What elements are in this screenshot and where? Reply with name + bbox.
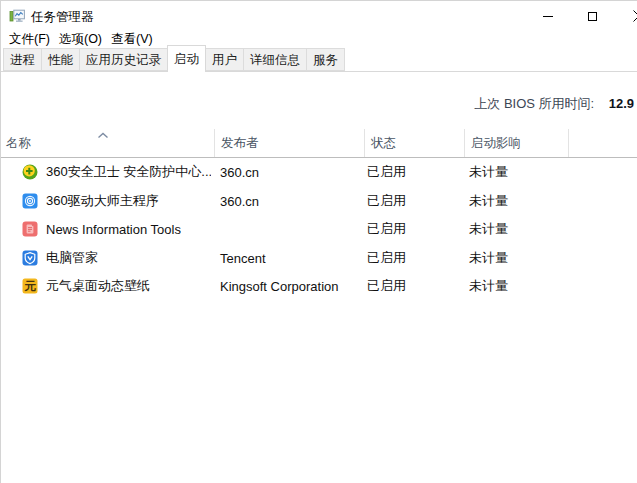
bios-time: 上次 BIOS 所用时间: 12.9	[1, 94, 634, 113]
table-row[interactable]: 电脑管家 Tencent 已启用 未计量	[1, 244, 637, 273]
startup-item-name: 360安全卫士 安全防护中心...	[46, 163, 211, 181]
maximize-icon	[588, 12, 597, 21]
column-header-startup-impact[interactable]: 启动影响	[464, 129, 568, 157]
news-information-tools-icon	[22, 221, 38, 237]
task-manager-window: 任务管理器 文件(F) 选项(O) 查看(V) 进程 性能 应用历史记录 启动 …	[0, 0, 637, 483]
startup-item-impact: 未计量	[469, 220, 508, 238]
table-row[interactable]: 360安全卫士 安全防护中心... 360.cn 已启用 未计量	[1, 158, 637, 187]
startup-item-name: News Information Tools	[46, 222, 181, 237]
menubar: 文件(F) 选项(O) 查看(V)	[1, 31, 637, 48]
startup-item-publisher: 360.cn	[220, 165, 259, 180]
startup-item-name: 360驱动大师主程序	[46, 192, 159, 210]
startup-item-status: 已启用	[367, 192, 406, 210]
task-manager-app-icon	[9, 8, 25, 24]
startup-item-status: 已启用	[367, 163, 406, 181]
close-button[interactable]	[615, 1, 637, 31]
360-driver-master-icon	[22, 193, 38, 209]
yuanqi-desktop-wallpaper-icon: 元	[22, 278, 38, 294]
menu-view[interactable]: 查看(V)	[111, 31, 153, 48]
column-header-empty	[568, 129, 637, 157]
tab-startup[interactable]: 启动	[167, 45, 206, 72]
bios-time-value: 12.9	[609, 96, 634, 111]
bios-time-label: 上次 BIOS 所用时间:	[474, 96, 594, 111]
menu-file[interactable]: 文件(F)	[9, 31, 50, 48]
360-safety-icon	[22, 164, 38, 180]
minimize-icon	[543, 16, 553, 17]
maximize-button[interactable]	[570, 1, 615, 31]
startup-item-publisher: 360.cn	[220, 193, 259, 208]
close-icon	[633, 10, 637, 22]
tab-bar: 进程 性能 应用历史记录 启动 用户 详细信息 服务	[1, 48, 637, 72]
tab-services[interactable]: 服务	[306, 48, 345, 71]
startup-item-impact: 未计量	[469, 163, 508, 181]
table-row[interactable]: 元 元气桌面动态壁纸 Kingsoft Corporation 已启用 未计量	[1, 272, 637, 301]
window-title: 任务管理器	[31, 9, 94, 26]
startup-item-status: 已启用	[367, 277, 406, 295]
startup-item-name: 元气桌面动态壁纸	[46, 277, 150, 295]
startup-item-status: 已启用	[367, 249, 406, 267]
tencent-pc-manager-icon	[22, 250, 38, 266]
column-header-status[interactable]: 状态	[364, 129, 464, 157]
tab-app-history[interactable]: 应用历史记录	[79, 48, 168, 71]
svg-text:元: 元	[23, 280, 36, 292]
startup-item-impact: 未计量	[469, 249, 508, 267]
startup-items-list: 360安全卫士 安全防护中心... 360.cn 已启用 未计量 360驱动大师…	[1, 158, 637, 301]
table-header: 名称 发布者 状态 启动影响	[1, 129, 637, 158]
tab-details[interactable]: 详细信息	[243, 48, 307, 71]
tab-processes[interactable]: 进程	[3, 48, 42, 71]
table-row[interactable]: 360驱动大师主程序 360.cn 已启用 未计量	[1, 187, 637, 216]
titlebar: 任务管理器	[1, 1, 637, 31]
sort-ascending-icon	[97, 132, 109, 139]
table-row[interactable]: News Information Tools 已启用 未计量	[1, 215, 637, 244]
column-header-publisher[interactable]: 发布者	[214, 129, 364, 157]
startup-item-publisher: Tencent	[220, 250, 266, 265]
menu-options[interactable]: 选项(O)	[59, 31, 102, 48]
startup-item-publisher: Kingsoft Corporation	[220, 279, 339, 294]
startup-item-name: 电脑管家	[46, 249, 98, 267]
startup-item-impact: 未计量	[469, 277, 508, 295]
startup-item-impact: 未计量	[469, 192, 508, 210]
tab-performance[interactable]: 性能	[41, 48, 80, 71]
minimize-button[interactable]	[525, 1, 570, 31]
tab-users[interactable]: 用户	[205, 48, 244, 71]
startup-item-status: 已启用	[367, 220, 406, 238]
